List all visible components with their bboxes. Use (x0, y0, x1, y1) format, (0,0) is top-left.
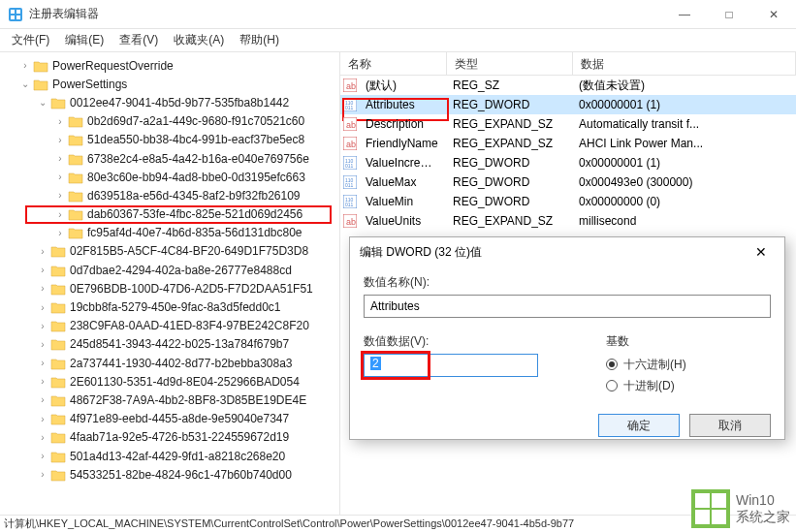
tree-item[interactable]: ›501a4d13-42af-4429-9fd1-a8218c268e20 (0, 447, 339, 465)
menu-edit[interactable]: 编辑(E) (57, 30, 111, 50)
tree-item-label: 4faab71a-92e5-4726-b531-224559672d19 (70, 430, 289, 444)
chevron-icon[interactable]: › (17, 60, 33, 71)
menu-view[interactable]: 查看(V) (111, 30, 166, 50)
close-button[interactable]: ✕ (751, 0, 796, 29)
chevron-icon[interactable]: › (35, 358, 50, 368)
value-data: AHCI Link Power Man... (573, 137, 796, 150)
ok-button[interactable]: 确定 (598, 414, 680, 437)
tree-pane[interactable]: ›PowerRequestOverride⌄PowerSettings⌄0012… (0, 52, 340, 515)
chevron-icon[interactable]: › (52, 116, 68, 127)
folder-icon (50, 96, 66, 110)
list-row[interactable]: abDescriptionREG_EXPAND_SZAutomatically … (340, 114, 796, 134)
list-row[interactable]: 110011ValueMinREG_DWORD0x00000000 (0) (340, 192, 796, 211)
svg-text:ab: ab (346, 120, 356, 130)
tree-item[interactable]: ›4f971e89-eebd-4455-a8de-9e59040e7347 (0, 410, 339, 428)
tree-item[interactable]: ›245d8541-3943-4422-b025-13a784f679b7 (0, 335, 339, 354)
value-type-icon: ab (340, 137, 360, 150)
col-header-data[interactable]: 数据 (573, 52, 796, 75)
app-icon (8, 7, 23, 22)
folder-icon (68, 114, 83, 128)
chevron-icon[interactable]: › (52, 172, 68, 182)
svg-text:ab: ab (346, 81, 356, 91)
menubar: 文件(F) 编辑(E) 查看(V) 收藏夹(A) 帮助(H) (0, 29, 796, 52)
tree-item-label: 80e3c60e-bb94-4ad8-bbe0-0d3195efc663 (87, 171, 305, 184)
radio-hex[interactable]: 十六进制(H) (606, 354, 771, 375)
value-type-icon: 110011 (340, 175, 360, 189)
list-row[interactable]: 110011ValueIncrementREG_DWORD0x00000001 … (340, 153, 796, 172)
value-data: 0x00000001 (1) (573, 156, 796, 170)
tree-item-label: PowerSettings (52, 78, 127, 91)
chevron-icon[interactable]: › (52, 190, 68, 201)
list-row[interactable]: 110011ValueMaxREG_DWORD0x000493e0 (30000… (340, 172, 796, 192)
chevron-icon[interactable]: › (35, 246, 50, 257)
chevron-icon[interactable]: › (52, 153, 68, 164)
svg-rect-3 (11, 16, 15, 19)
tree-item[interactable]: ›0E796BDB-100D-47D6-A2D5-F7D2DAA51F51 (0, 279, 339, 297)
menu-file[interactable]: 文件(F) (4, 30, 57, 50)
cancel-button[interactable]: 取消 (689, 414, 771, 437)
col-header-name[interactable]: 名称 (340, 52, 447, 75)
radio-dec[interactable]: 十进制(D) (606, 375, 771, 396)
list-header: 名称 类型 数据 (340, 52, 796, 76)
tree-item[interactable]: ›238C9FA8-0AAD-41ED-83F4-97BE242C8F20 (0, 317, 339, 335)
chevron-icon[interactable]: › (35, 283, 50, 294)
tree-item[interactable]: ›02F815B5-A5CF-4C84-BF20-649D1F75D3D8 (0, 242, 339, 261)
tree-item[interactable]: ›0d7dbae2-4294-402a-ba8e-26777e8488cd (0, 261, 339, 279)
chevron-icon[interactable]: ⌄ (17, 78, 33, 89)
chevron-icon[interactable]: › (35, 339, 50, 350)
list-body[interactable]: ab(默认)REG_SZ(数值未设置)110011AttributesREG_D… (340, 76, 796, 231)
chevron-icon[interactable]: › (35, 321, 50, 331)
chevron-icon[interactable]: › (35, 302, 50, 313)
chevron-icon[interactable]: › (52, 135, 68, 145)
value-data: 0x00000001 (1) (573, 98, 796, 111)
chevron-icon[interactable]: ⌄ (35, 97, 50, 108)
menu-help[interactable]: 帮助(H) (232, 30, 287, 50)
tree-item[interactable]: ›0b2d69d7-a2a1-449c-9680-f91c70521c60 (0, 112, 339, 131)
list-row[interactable]: abFriendlyNameREG_EXPAND_SZAHCI Link Pow… (340, 134, 796, 153)
chevron-icon[interactable]: › (35, 376, 50, 387)
value-name-input[interactable] (364, 295, 771, 318)
tree-item[interactable]: ›51dea550-bb38-4bc4-991b-eacf37be5ec8 (0, 131, 339, 149)
list-row[interactable]: 110011AttributesREG_DWORD0x00000001 (1) (340, 95, 796, 114)
tree-item[interactable]: ›PowerRequestOverride (0, 56, 339, 75)
value-type: REG_SZ (447, 78, 573, 92)
folder-icon (68, 152, 83, 166)
chevron-icon[interactable]: › (35, 451, 50, 461)
tree-item[interactable]: ⌄PowerSettings (0, 75, 339, 93)
tree-item[interactable]: ›2a737441-1930-4402-8d77-b2bebba308a3 (0, 354, 339, 372)
tree-item[interactable]: ›d639518a-e56d-4345-8af2-b9f32fb26109 (0, 186, 339, 204)
tree-item-label: 48672F38-7A9A-4bb2-8BF8-3D85BE19DE4E (70, 393, 306, 407)
col-header-type[interactable]: 类型 (447, 52, 573, 75)
chevron-icon[interactable]: › (35, 414, 50, 424)
chevron-icon[interactable]: › (52, 209, 68, 220)
value-name: ValueMin (360, 195, 447, 208)
tree-item[interactable]: ›4faab71a-92e5-4726-b531-224559672d19 (0, 428, 339, 447)
maximize-button[interactable]: □ (707, 0, 751, 29)
tree-item[interactable]: ⌄0012ee47-9041-4b5d-9b77-535fba8b1442 (0, 93, 339, 111)
tree-item[interactable]: ›48672F38-7A9A-4bb2-8BF8-3D85BE19DE4E (0, 391, 339, 409)
tree-item-label: 4f971e89-eebd-4455-a8de-9e59040e7347 (70, 412, 289, 425)
value-name-label: 数值名称(N): (364, 274, 771, 291)
tree-item[interactable]: ›54533251-82be-4824-96c1-47b60b740d00 (0, 465, 339, 484)
tree-item-label: 0012ee47-9041-4b5d-9b77-535fba8b1442 (70, 96, 289, 110)
chevron-icon[interactable]: › (35, 265, 50, 275)
chevron-icon[interactable]: › (35, 469, 50, 480)
tree-item[interactable]: ›19cbb8fa-5279-450e-9fac-8a3d5fedd0c1 (0, 297, 339, 316)
tree-item[interactable]: ›fc95af4d-40e7-4b6d-835a-56d131dbc80e (0, 224, 339, 242)
minimize-button[interactable]: — (662, 0, 707, 29)
chevron-icon[interactable]: › (35, 394, 50, 405)
list-row[interactable]: abValueUnitsREG_EXPAND_SZmillisecond (340, 211, 796, 231)
menu-favorites[interactable]: 收藏夹(A) (166, 30, 232, 50)
value-type: REG_DWORD (447, 175, 573, 189)
chevron-icon[interactable]: › (35, 432, 50, 443)
tree-item[interactable]: ›dab60367-53fe-4fbc-825e-521d069d2456 (0, 205, 339, 224)
value-data: Automatically transit f... (573, 117, 796, 131)
tree-item[interactable]: ›2E601130-5351-4d9d-8E04-252966BAD054 (0, 372, 339, 391)
chevron-icon[interactable]: › (52, 228, 68, 238)
tree-item[interactable]: ›6738e2c4-e8a5-4a42-b16a-e040e769756e (0, 149, 339, 168)
dialog-close-button[interactable]: ✕ (748, 244, 775, 260)
value-data-input[interactable]: 2 (364, 354, 538, 377)
svg-rect-2 (16, 10, 20, 14)
tree-item[interactable]: ›80e3c60e-bb94-4ad8-bbe0-0d3195efc663 (0, 168, 339, 186)
list-row[interactable]: ab(默认)REG_SZ(数值未设置) (340, 76, 796, 95)
